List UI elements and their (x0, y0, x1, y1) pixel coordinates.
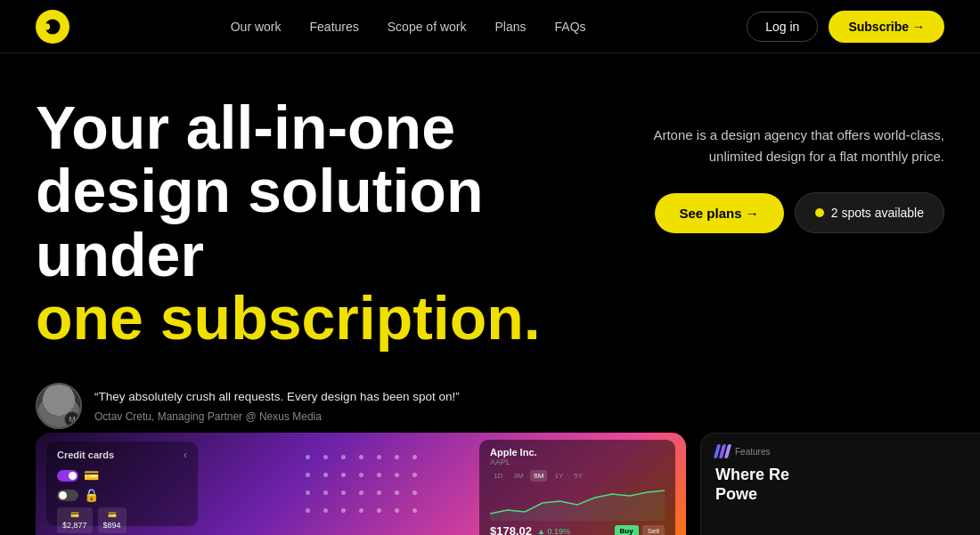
mini-card-2: 💳 $894 (98, 507, 127, 533)
stock-panel: Apple Inc. AAPL 1D 3M 6M 1Y 5Y (479, 440, 675, 535)
subscribe-button[interactable]: Subscribe → (829, 11, 944, 43)
stock-tab-1y[interactable]: 1Y (551, 470, 567, 482)
amount-2: $894 (103, 521, 121, 530)
toggle-off[interactable] (57, 490, 78, 501)
testimonial-author: Octav Cretu, Managing Partner @ Nexus Me… (94, 410, 460, 423)
amount-1: $2,877 (62, 521, 87, 530)
nav-actions: Log in Subscribe → (747, 11, 944, 43)
buy-button[interactable]: Buy (615, 525, 639, 535)
avatar-badge: M (64, 411, 80, 427)
grid-overlay (302, 452, 420, 516)
preview-card-right: Features Where Re Powe (700, 433, 980, 535)
nav-our-work[interactable]: Our work (231, 20, 282, 34)
stock-price-row: $178.02 ▲ 0.19% Buy Sell (490, 524, 665, 535)
testimonial-quote: “They absolutely crush all requests. Eve… (94, 388, 460, 406)
spots-label: 2 spots available (831, 206, 924, 220)
nav-features[interactable]: Features (310, 20, 359, 34)
spots-button[interactable]: 2 spots available (795, 192, 944, 233)
svg-marker-3 (490, 490, 665, 521)
stock-tab-3m[interactable]: 3M (510, 470, 527, 482)
hero-cta: See plans → 2 spots available (624, 192, 944, 233)
hero-right-panel: Artone is a design agency that offers wo… (624, 125, 944, 233)
testimonial-content: “They absolutely crush all requests. Eve… (94, 388, 460, 422)
logo[interactable] (36, 10, 69, 44)
hero-description: Artone is a design agency that offers wo… (624, 125, 944, 167)
hero-title-line1: Your all-in-one (36, 93, 455, 161)
preview-card-left: Credit cards ‹ 💳 🔒 💳 $2,877 (36, 433, 686, 535)
mini-card-1: 💳 $2,877 (57, 507, 93, 533)
testimonial: M “They absolutely crush all requests. E… (36, 383, 944, 429)
see-plans-button[interactable]: See plans → (655, 193, 784, 233)
stock-tab-6m[interactable]: 6M (530, 470, 547, 482)
sell-button[interactable]: Sell (642, 525, 665, 535)
spot-dot-icon (815, 208, 824, 217)
svg-point-2 (44, 23, 51, 30)
hero-title: Your all-in-one design solution under on… (36, 96, 606, 351)
stock-ticker: AAPL (490, 458, 665, 466)
stock-change: ▲ 0.19% (537, 527, 570, 536)
features-badge: Features (715, 444, 966, 458)
badge-slashes-icon (715, 444, 730, 458)
cc-icon-1: 💳 (84, 468, 99, 482)
stock-name: Apple Inc. (490, 447, 665, 458)
preview-area: Credit cards ‹ 💳 🔒 💳 $2,877 (36, 428, 980, 535)
cc-icon-2: 🔒 (84, 488, 99, 502)
hero-title-line2: design solution under (36, 157, 483, 288)
toggle-on[interactable] (57, 470, 78, 482)
cc-nav-arrow: ‹ (184, 449, 187, 461)
credit-card-panel: Credit cards ‹ 💳 🔒 💳 $2,877 (46, 442, 198, 526)
stock-tabs: 1D 3M 6M 1Y 5Y (490, 470, 665, 482)
navbar: Our work Features Scope of work Plans FA… (0, 0, 980, 53)
stock-tab-1d[interactable]: 1D (490, 470, 506, 482)
nav-faqs[interactable]: FAQs (555, 20, 586, 34)
hero-title-line3: one subscription. (36, 284, 541, 352)
nav-scope-of-work[interactable]: Scope of work (388, 20, 467, 34)
stock-buttons: Buy Sell (615, 525, 665, 535)
stock-tab-5y[interactable]: 5Y (570, 470, 586, 482)
badge-label: Features (735, 447, 770, 457)
nav-plans[interactable]: Plans (494, 20, 526, 34)
card-right-title: Where Re Powe (715, 466, 966, 504)
login-button[interactable]: Log in (747, 12, 818, 42)
stock-chart (490, 485, 665, 521)
stock-price: $178.02 (490, 524, 532, 535)
cc-title: Credit cards (57, 450, 114, 460)
avatar: M (36, 383, 82, 429)
nav-links: Our work Features Scope of work Plans FA… (231, 19, 586, 35)
hero-section: Your all-in-one design solution under on… (0, 53, 980, 535)
